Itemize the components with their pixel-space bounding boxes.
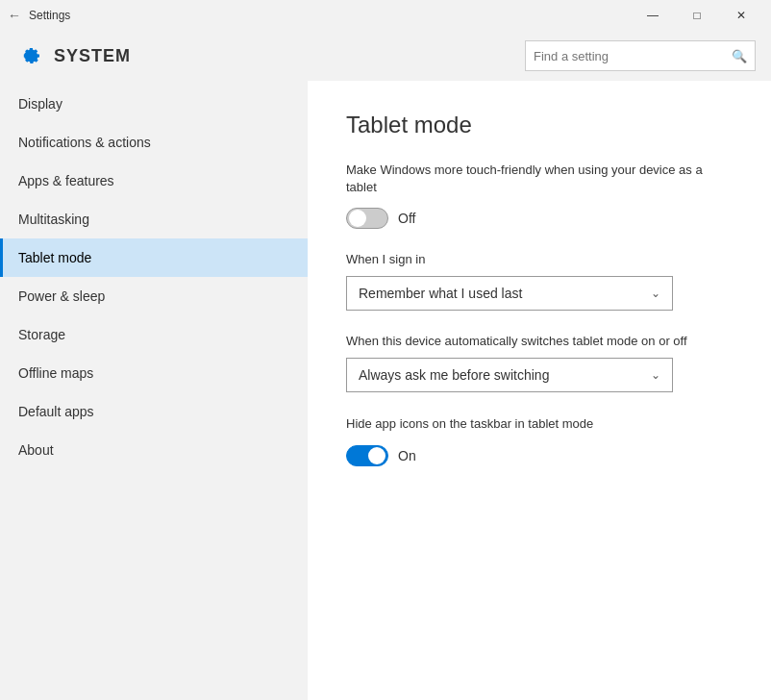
- signin-dropdown-container: When I sign in Remember what I used last…: [346, 252, 733, 311]
- switch-dropdown-value: Always ask me before switching: [359, 367, 549, 383]
- hide-icons-toggle[interactable]: [346, 445, 388, 466]
- sidebar-item-storage[interactable]: Storage: [0, 315, 308, 354]
- sidebar-item-display[interactable]: Display: [0, 85, 308, 123]
- sidebar-item-notifications[interactable]: Notifications & actions: [0, 123, 308, 162]
- main-layout: DisplayNotifications & actionsApps & fea…: [0, 81, 771, 700]
- tablet-mode-toggle[interactable]: [346, 208, 388, 229]
- maximize-button[interactable]: □: [675, 0, 719, 31]
- sidebar: DisplayNotifications & actionsApps & fea…: [0, 81, 308, 700]
- chevron-down-icon: ⌄: [651, 287, 660, 300]
- toggle-thumb: [349, 210, 366, 227]
- app-header: SYSTEM 🔍: [0, 31, 771, 81]
- back-button[interactable]: ←: [8, 8, 21, 23]
- window-title: Settings: [29, 9, 70, 22]
- search-input[interactable]: [534, 49, 726, 63]
- sidebar-item-power-sleep[interactable]: Power & sleep: [0, 277, 308, 315]
- switch-dropdown-container: When this device automatically switches …: [346, 334, 733, 392]
- gear-icon: [15, 42, 42, 69]
- content-area: Tablet mode Make Windows more touch-frie…: [308, 81, 771, 700]
- switch-dropdown[interactable]: Always ask me before switching ⌄: [346, 358, 673, 392]
- toggle2-thumb: [368, 447, 386, 464]
- sidebar-item-multitasking[interactable]: Multitasking: [0, 200, 308, 238]
- window-controls: — □ ✕: [631, 0, 763, 31]
- toggle2-container: On: [346, 445, 733, 466]
- signin-dropdown[interactable]: Remember what I used last ⌄: [346, 276, 673, 311]
- page-title: Tablet mode: [346, 112, 733, 138]
- toggle1-label: Off: [398, 211, 415, 226]
- toggle2-description: Hide app icons on the taskbar in tablet …: [346, 415, 733, 433]
- toggle1-container: Off: [346, 208, 733, 229]
- search-icon: 🔍: [732, 49, 747, 63]
- switch-dropdown-label: When this device automatically switches …: [346, 334, 733, 348]
- title-bar: ← Settings — □ ✕: [0, 0, 771, 31]
- sidebar-item-apps-features[interactable]: Apps & features: [0, 162, 308, 200]
- sidebar-item-about[interactable]: About: [0, 431, 308, 469]
- chevron-down-icon2: ⌄: [651, 368, 660, 382]
- toggle1-description: Make Windows more touch-friendly when us…: [346, 162, 733, 196]
- signin-dropdown-value: Remember what I used last: [359, 286, 522, 301]
- sidebar-item-tablet-mode[interactable]: Tablet mode: [0, 238, 308, 277]
- close-button[interactable]: ✕: [719, 0, 763, 31]
- toggle2-label: On: [398, 448, 416, 463]
- app-title: SYSTEM: [54, 46, 513, 66]
- signin-dropdown-label: When I sign in: [346, 252, 733, 266]
- search-box[interactable]: 🔍: [525, 40, 756, 71]
- sidebar-item-default-apps[interactable]: Default apps: [0, 392, 308, 431]
- sidebar-item-offline-maps[interactable]: Offline maps: [0, 354, 308, 392]
- minimize-button[interactable]: —: [631, 0, 675, 31]
